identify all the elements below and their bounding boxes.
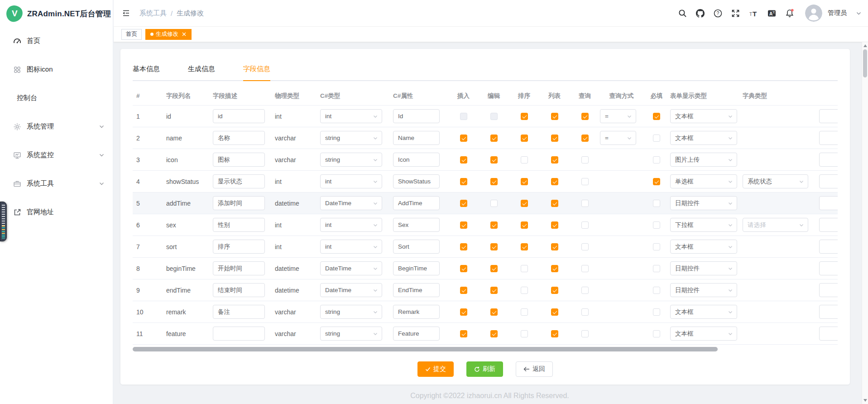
list-checkbox[interactable] [551,243,558,250]
query-checkbox[interactable] [581,113,589,120]
field-desc-input[interactable] [213,109,265,123]
refresh-button[interactable]: 刷新 [466,361,503,377]
required-checkbox[interactable] [653,265,660,272]
app-logo[interactable]: V ZRAdmin.NET后台管理 [0,0,113,27]
required-checkbox[interactable] [653,308,660,316]
tag-home[interactable]: 首页 [121,29,142,40]
csharp-prop-input[interactable] [393,218,440,232]
edit-checkbox[interactable] [490,178,498,185]
field-desc-input[interactable] [213,218,265,232]
translate-icon[interactable]: A文 [767,9,776,18]
query-checkbox[interactable] [581,243,589,250]
csharp-prop-input[interactable] [393,261,440,275]
list-checkbox[interactable] [551,178,558,185]
edit-checkbox[interactable] [490,221,498,229]
list-checkbox[interactable] [551,135,558,142]
form-type-select[interactable]: 文本框 [670,131,737,145]
form-type-select[interactable]: 文本框 [670,327,737,341]
required-checkbox[interactable] [653,287,660,294]
list-checkbox[interactable] [551,330,558,337]
form-type-select[interactable]: 下拉框 [670,218,737,232]
csharp-type-select[interactable]: DateTime [320,261,382,275]
insert-checkbox[interactable] [460,135,467,142]
breadcrumb-item[interactable]: 系统工具 [139,9,167,18]
insert-checkbox[interactable] [460,221,467,229]
insert-checkbox[interactable] [460,265,467,272]
edit-checkbox[interactable] [490,287,498,294]
csharp-type-select[interactable]: int [320,109,382,123]
form-type-select[interactable]: 图片上传 [670,153,737,167]
insert-checkbox[interactable] [460,178,467,185]
vertical-scrollbar-thumb[interactable] [863,49,867,77]
overflow-input[interactable] [819,218,838,232]
list-checkbox[interactable] [551,113,558,120]
edit-checkbox[interactable] [490,113,498,120]
field-desc-input[interactable] [213,240,265,254]
dict-type-select[interactable]: 请选择 [743,218,808,232]
tag-generate-edit[interactable]: 生成修改 [145,29,192,40]
query-checkbox[interactable] [581,156,589,164]
overflow-input[interactable] [819,174,838,188]
field-desc-input[interactable] [213,196,265,210]
required-checkbox[interactable] [653,243,660,250]
query-checkbox[interactable] [581,265,589,272]
overflow-input[interactable] [819,153,838,167]
horizontal-scrollbar-thumb[interactable] [133,347,718,351]
back-button[interactable]: 返回 [516,361,553,377]
required-checkbox[interactable] [653,156,660,164]
list-checkbox[interactable] [551,200,558,207]
csharp-prop-input[interactable] [393,240,440,254]
query-type-select[interactable]: = [600,131,636,145]
query-checkbox[interactable] [581,200,589,207]
overflow-input[interactable] [819,261,838,275]
overflow-input[interactable] [819,327,838,341]
tab-field-info[interactable]: 字段信息 [243,60,270,81]
help-icon[interactable]: ? [714,9,722,18]
csharp-prop-input[interactable] [393,196,440,210]
csharp-type-select[interactable]: string [320,153,382,167]
form-type-select[interactable]: 日期控件 [670,283,737,297]
field-desc-input[interactable] [213,283,265,297]
query-type-select[interactable]: = [600,109,636,123]
overflow-input[interactable] [819,109,838,123]
field-desc-input[interactable] [213,174,265,188]
edit-checkbox[interactable] [490,200,498,207]
list-checkbox[interactable] [551,287,558,294]
required-checkbox[interactable] [653,330,660,337]
list-checkbox[interactable] [551,265,558,272]
query-checkbox[interactable] [581,330,589,337]
sort-checkbox[interactable] [521,243,528,250]
tab-basic-info[interactable]: 基本信息 [133,60,160,81]
csharp-type-select[interactable]: int [320,240,382,254]
insert-checkbox[interactable] [460,330,467,337]
query-checkbox[interactable] [581,135,589,142]
submit-button[interactable]: 提交 [417,361,454,377]
sort-checkbox[interactable] [521,308,528,316]
csharp-prop-input[interactable] [393,109,440,123]
sort-checkbox[interactable] [521,135,528,142]
form-type-select[interactable]: 文本框 [670,109,737,123]
sort-checkbox[interactable] [521,265,528,272]
edit-checkbox[interactable] [490,265,498,272]
csharp-type-select[interactable]: DateTime [320,196,382,210]
csharp-prop-input[interactable] [393,174,440,188]
list-checkbox[interactable] [551,221,558,229]
insert-checkbox[interactable] [460,200,467,207]
list-checkbox[interactable] [551,156,558,164]
csharp-type-select[interactable]: string [320,131,382,145]
required-checkbox[interactable] [653,178,660,185]
form-type-select[interactable]: 单选框 [670,174,737,188]
csharp-type-select[interactable]: DateTime [320,283,382,297]
overflow-input[interactable] [819,196,838,210]
insert-checkbox[interactable] [460,113,467,120]
field-desc-input[interactable] [213,261,265,275]
horizontal-scrollbar[interactable] [133,347,838,351]
menu-fold-icon[interactable] [121,9,130,18]
sidebar-item-6[interactable]: 官网地址 [0,199,113,225]
tab-generate-info[interactable]: 生成信息 [188,60,215,81]
insert-checkbox[interactable] [460,287,467,294]
required-checkbox[interactable] [653,113,660,120]
list-checkbox[interactable] [551,308,558,316]
avatar[interactable] [805,5,822,22]
insert-checkbox[interactable] [460,308,467,316]
